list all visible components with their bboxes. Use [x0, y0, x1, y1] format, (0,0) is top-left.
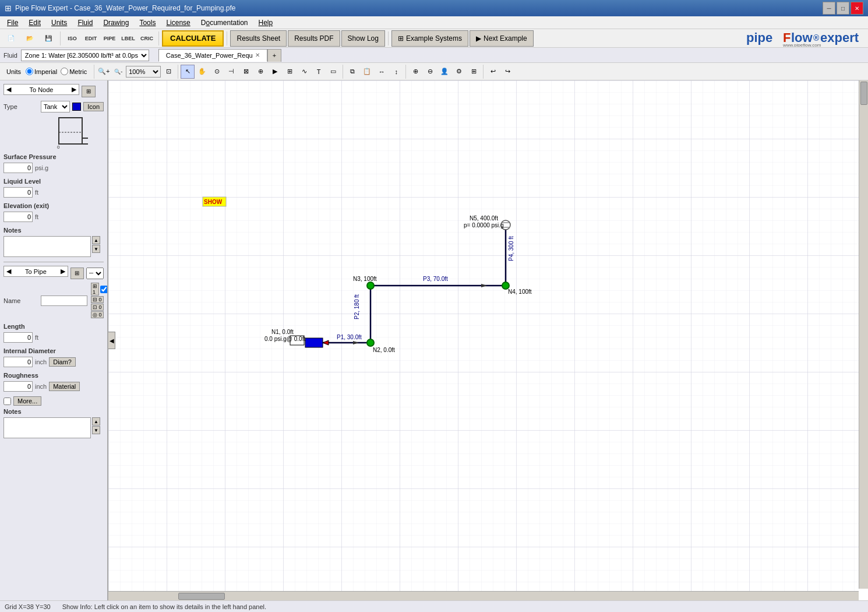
- type-dropdown[interactable]: Tank: [41, 101, 70, 112]
- save-button[interactable]: 💾: [40, 31, 57, 46]
- vertical-scroll-thumb[interactable]: [860, 82, 867, 105]
- menu-license[interactable]: License: [161, 17, 195, 28]
- zoom-in-button[interactable]: 🔍+: [97, 65, 111, 79]
- pan-tool[interactable]: ✋: [195, 65, 209, 79]
- menu-documentation[interactable]: Documentation: [196, 17, 253, 28]
- panel-collapse-arrow[interactable]: ◀: [108, 332, 115, 349]
- node-n3[interactable]: [367, 282, 374, 289]
- menu-edit[interactable]: Edit: [24, 17, 45, 28]
- zoom-select[interactable]: 100% 75% 50% 150% 200%: [126, 66, 161, 78]
- iso-button[interactable]: ISO: [63, 31, 81, 46]
- grid-tool[interactable]: ⊞: [467, 65, 481, 79]
- fit-button[interactable]: ⊡: [161, 65, 175, 79]
- pump-tool[interactable]: ⊕: [253, 65, 267, 79]
- pipe-name-input[interactable]: [41, 296, 87, 306]
- next-example-button[interactable]: ▶ Next Example: [470, 30, 534, 47]
- horizontal-scrollbar[interactable]: [108, 591, 859, 600]
- file-tab-active[interactable]: Case_36_Water_Power_Requ ✕: [158, 49, 267, 62]
- zoom-out-button[interactable]: 🔍-: [111, 65, 125, 79]
- close-button[interactable]: ✕: [851, 2, 863, 15]
- end-tool[interactable]: ⊞: [283, 65, 297, 79]
- menu-file[interactable]: File: [2, 17, 23, 28]
- pipe-notes-scroll-down[interactable]: ▼: [92, 426, 100, 434]
- to-pipe-next[interactable]: ▶: [59, 268, 66, 275]
- node-n2[interactable]: [367, 339, 374, 346]
- liquid-level-input[interactable]: [3, 187, 33, 198]
- results-sheet-button[interactable]: Results Sheet: [230, 30, 287, 47]
- cric-button[interactable]: CRIC: [138, 31, 156, 46]
- pipe-notes-textarea[interactable]: [3, 417, 91, 438]
- minimize-button[interactable]: ─: [823, 2, 835, 15]
- label-button[interactable]: LBEL: [119, 31, 137, 46]
- flip-h-tool[interactable]: ↔: [375, 65, 389, 79]
- menu-drawing[interactable]: Drawing: [98, 17, 133, 28]
- user-tool[interactable]: 👤: [437, 65, 451, 79]
- material-button[interactable]: Material: [49, 382, 80, 391]
- line-style-dropdown[interactable]: ─: [86, 268, 104, 279]
- to-node-next[interactable]: ▶: [70, 86, 77, 93]
- to-pipe-prev[interactable]: ◀: [5, 268, 12, 275]
- open-button[interactable]: 📂: [21, 31, 38, 46]
- settings-tool[interactable]: ⚙: [452, 65, 466, 79]
- elevation-input[interactable]: [3, 212, 33, 222]
- notes-scroll-down[interactable]: ▼: [92, 245, 100, 253]
- edit2-button[interactable]: EDIT: [82, 31, 100, 46]
- paste-tool[interactable]: 📋: [360, 65, 374, 79]
- undo-tool[interactable]: ↩: [486, 65, 500, 79]
- new-button[interactable]: 📄: [2, 31, 20, 46]
- length-input[interactable]: [3, 332, 33, 343]
- valve-tool[interactable]: ⊠: [239, 65, 253, 79]
- canvas-area[interactable]: SHOW N1, 0.0ft 0.0 psi.g@ 0.0ft N2, 0.0f…: [108, 80, 868, 600]
- pipe-tool[interactable]: ⊣: [224, 65, 238, 79]
- tab-close-icon[interactable]: ✕: [255, 52, 260, 58]
- notes-scroll-up[interactable]: ▲: [92, 236, 100, 244]
- diam-button[interactable]: Diam?: [49, 357, 76, 367]
- zone-dropdown[interactable]: Zone 1: Water [62.305000 lb/ft³ at 0.0ps…: [21, 50, 149, 61]
- pipe-notes-scroll-up[interactable]: ▲: [92, 417, 100, 425]
- maximize-button[interactable]: □: [837, 2, 849, 15]
- example-systems-button[interactable]: ⊞ Example Systems: [391, 30, 468, 47]
- menu-units[interactable]: Units: [47, 17, 72, 28]
- start-tool[interactable]: ▶: [268, 65, 282, 79]
- copy-tool[interactable]: ⧉: [345, 65, 359, 79]
- diameter-input[interactable]: [3, 357, 33, 367]
- menu-tools[interactable]: Tools: [135, 17, 160, 28]
- title-bar-controls[interactable]: ─ □ ✕: [823, 2, 863, 15]
- to-node-icon-btn[interactable]: ⊞: [82, 86, 96, 97]
- icon-button[interactable]: Icon: [83, 102, 104, 111]
- flip-v-tool[interactable]: ↕: [389, 65, 403, 79]
- rect-tool[interactable]: ▭: [326, 65, 340, 79]
- show-log-button[interactable]: Show Log: [341, 30, 385, 47]
- redo-tool[interactable]: ↪: [500, 65, 514, 79]
- metric-radio[interactable]: [61, 68, 68, 75]
- calculate-button[interactable]: CALCULATE: [162, 30, 224, 47]
- results-pdf-button[interactable]: Results PDF: [288, 30, 340, 47]
- pump-body[interactable]: [305, 338, 323, 347]
- zoom-in2-tool[interactable]: ⊕: [408, 65, 422, 79]
- pipe-diagram[interactable]: SHOW N1, 0.0ft 0.0 psi.g@ 0.0ft N2, 0.0f…: [108, 80, 859, 591]
- horizontal-scroll-thumb[interactable]: [178, 593, 225, 600]
- to-pipe-icon-btn[interactable]: ⊞: [70, 268, 84, 279]
- to-node-selector[interactable]: ◀ To Node ▶: [3, 84, 79, 95]
- include-checkbox[interactable]: [100, 286, 108, 293]
- zoom-out2-tool[interactable]: ⊖: [423, 65, 437, 79]
- node-tool[interactable]: ⊙: [210, 65, 224, 79]
- curve-tool[interactable]: ∿: [297, 65, 311, 79]
- color-swatch[interactable]: [72, 103, 81, 111]
- surface-pressure-input[interactable]: [3, 163, 33, 173]
- menu-help[interactable]: Help: [254, 17, 278, 28]
- add-tab-button[interactable]: +: [267, 49, 281, 62]
- more-checkbox[interactable]: [3, 398, 11, 405]
- vertical-scrollbar[interactable]: [859, 80, 868, 589]
- select-tool[interactable]: ↖: [181, 65, 195, 79]
- imperial-radio[interactable]: [26, 68, 33, 75]
- pipe-button[interactable]: PIPE: [101, 31, 118, 46]
- roughness-input[interactable]: [3, 381, 33, 392]
- node-notes-textarea[interactable]: [3, 236, 91, 257]
- to-node-prev[interactable]: ◀: [5, 86, 12, 93]
- text-tool[interactable]: T: [312, 65, 326, 79]
- to-pipe-selector[interactable]: ◀ To Pipe ▶: [3, 266, 68, 277]
- more-button[interactable]: More...: [13, 396, 41, 406]
- menu-fluid[interactable]: Fluid: [73, 17, 97, 28]
- units-button[interactable]: Units: [2, 65, 25, 79]
